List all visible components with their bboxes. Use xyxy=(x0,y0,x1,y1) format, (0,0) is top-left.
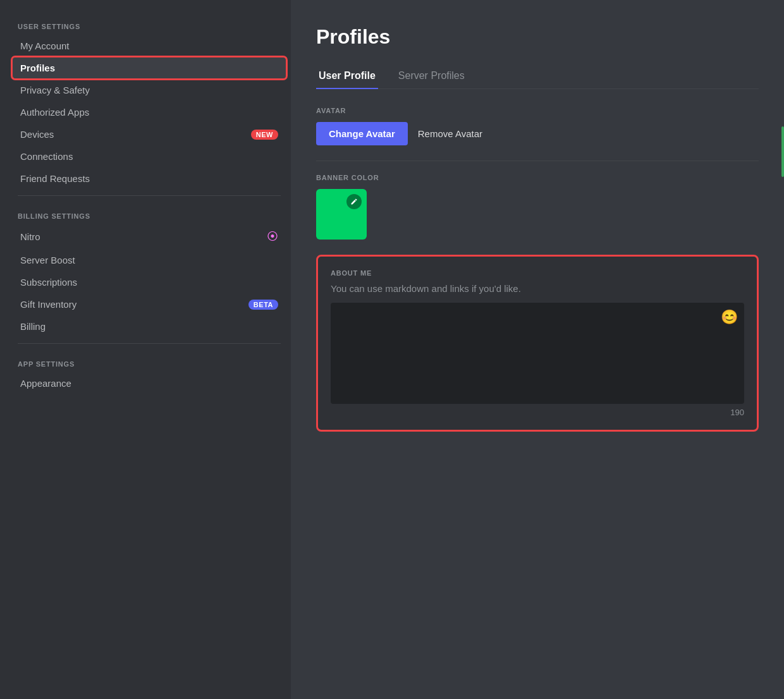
sidebar-item-profiles[interactable]: Profiles xyxy=(13,58,286,78)
sidebar-item-nitro[interactable]: Nitro ⦿ xyxy=(13,225,286,248)
about-me-textarea-wrapper: 😊 xyxy=(331,303,744,404)
divider-1 xyxy=(18,195,281,196)
char-count: 190 xyxy=(331,408,744,417)
sidebar-item-label: Nitro xyxy=(20,231,40,242)
sidebar-item-label: Subscriptions xyxy=(20,277,77,288)
sidebar-item-authorized-apps[interactable]: Authorized Apps xyxy=(13,102,286,123)
billing-settings-label: BILLING SETTINGS xyxy=(13,202,286,222)
sidebar-item-server-boost[interactable]: Server Boost xyxy=(13,250,286,270)
app-settings-label: APP SETTINGS xyxy=(13,350,286,370)
change-avatar-button[interactable]: Change Avatar xyxy=(316,122,408,145)
sidebar: USER SETTINGS My Account Profiles Privac… xyxy=(0,0,291,699)
sidebar-item-label: Friend Requests xyxy=(20,173,90,184)
tab-server-profiles[interactable]: Server Profiles xyxy=(396,64,467,89)
remove-avatar-button[interactable]: Remove Avatar xyxy=(418,128,482,139)
tabs: User Profile Server Profiles xyxy=(316,64,759,89)
sidebar-item-devices[interactable]: Devices NEW xyxy=(13,124,286,145)
banner-color-box[interactable] xyxy=(316,189,367,240)
about-me-container: ABOUT ME You can use markdown and links … xyxy=(316,255,759,432)
sidebar-item-my-account[interactable]: My Account xyxy=(13,35,286,56)
sidebar-item-label: Authorized Apps xyxy=(20,107,89,118)
emoji-button[interactable]: 😊 xyxy=(721,309,738,325)
sidebar-item-connections[interactable]: Connections xyxy=(13,146,286,167)
new-badge: NEW xyxy=(251,130,278,140)
user-settings-label: USER SETTINGS xyxy=(13,13,286,33)
sidebar-item-label: Server Boost xyxy=(20,255,75,265)
sidebar-item-label: Billing xyxy=(20,321,46,332)
main-content: Profiles User Profile Server Profiles AV… xyxy=(291,0,784,699)
about-me-label: ABOUT ME xyxy=(331,269,744,277)
sidebar-item-billing[interactable]: Billing xyxy=(13,316,286,337)
avatar-section-label: AVATAR xyxy=(316,107,759,114)
divider-2 xyxy=(18,343,281,344)
sidebar-item-label: Connections xyxy=(20,151,73,162)
about-me-placeholder-text: You can use markdown and links if you'd … xyxy=(331,283,744,294)
sidebar-item-friend-requests[interactable]: Friend Requests xyxy=(13,168,286,189)
sidebar-item-label: My Account xyxy=(20,40,70,51)
page-title: Profiles xyxy=(316,25,759,49)
banner-edit-icon xyxy=(346,194,362,209)
beta-badge: BETA xyxy=(248,300,278,310)
scroll-indicator xyxy=(781,126,784,177)
sidebar-item-gift-inventory[interactable]: Gift Inventory BETA xyxy=(13,294,286,315)
sidebar-item-label: Appearance xyxy=(20,378,71,389)
sidebar-item-appearance[interactable]: Appearance xyxy=(13,373,286,394)
sidebar-item-label: Gift Inventory xyxy=(20,299,77,310)
sidebar-item-subscriptions[interactable]: Subscriptions xyxy=(13,272,286,293)
sidebar-item-label: Devices xyxy=(20,129,54,140)
avatar-divider xyxy=(316,161,759,161)
nitro-icon: ⦿ xyxy=(267,230,278,243)
avatar-buttons: Change Avatar Remove Avatar xyxy=(316,122,759,145)
about-me-input[interactable] xyxy=(338,310,737,392)
banner-section-label: BANNER COLOR xyxy=(316,174,759,181)
sidebar-item-label: Privacy & Safety xyxy=(20,85,90,95)
sidebar-item-privacy-safety[interactable]: Privacy & Safety xyxy=(13,80,286,100)
tab-user-profile[interactable]: User Profile xyxy=(316,64,378,89)
sidebar-item-label: Profiles xyxy=(20,63,55,73)
